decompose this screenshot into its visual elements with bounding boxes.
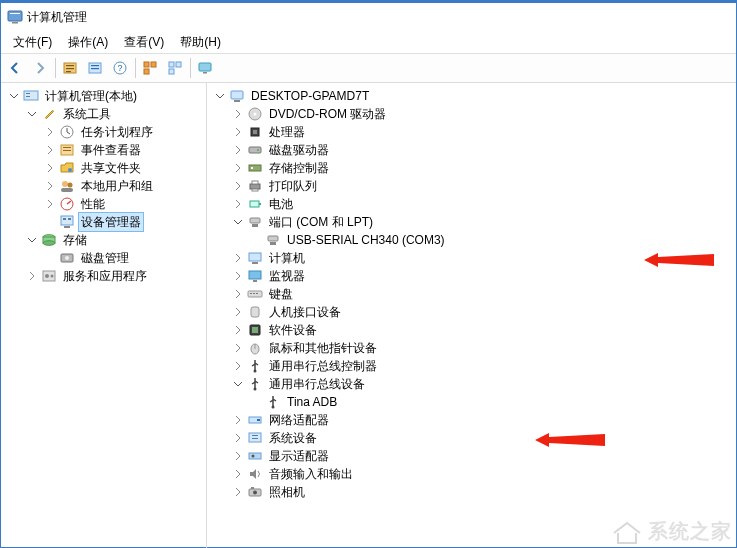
- node-label: 显示适配器: [267, 447, 331, 465]
- cameras[interactable]: 照相机: [207, 483, 736, 501]
- storage[interactable]: 存储: [1, 231, 206, 249]
- svg-rect-62: [270, 242, 276, 245]
- view-resources-button[interactable]: [163, 56, 187, 80]
- local-users[interactable]: 本地用户和组: [1, 177, 206, 195]
- svg-rect-50: [249, 147, 261, 153]
- svg-rect-57: [250, 201, 259, 207]
- device-root[interactable]: DESKTOP-GPAMD7T: [207, 87, 736, 105]
- shared-folders[interactable]: 共享文件夹: [1, 159, 206, 177]
- performance[interactable]: 性能: [1, 195, 206, 213]
- usb-device-item[interactable]: Tina ADB: [207, 393, 736, 411]
- node-label: 存储: [61, 231, 89, 249]
- expand-toggle[interactable]: [231, 269, 245, 283]
- expand-toggle[interactable]: [231, 215, 245, 229]
- wrench-icon: [41, 106, 57, 122]
- ports[interactable]: 端口 (COM 和 LPT): [207, 213, 736, 231]
- task-scheduler[interactable]: 任务计划程序: [1, 123, 206, 141]
- expand-toggle[interactable]: [231, 125, 245, 139]
- node-label: 磁盘驱动器: [267, 141, 331, 159]
- hid-icon: [247, 304, 263, 320]
- dvd-drives[interactable]: DVD/CD-ROM 驱动器: [207, 105, 736, 123]
- expand-toggle[interactable]: [231, 287, 245, 301]
- usb-devices[interactable]: 通用串行总线设备: [207, 375, 736, 393]
- back-button[interactable]: [3, 56, 27, 80]
- expand-toggle[interactable]: [43, 125, 57, 139]
- batteries[interactable]: 电池: [207, 195, 736, 213]
- menu-view[interactable]: 查看(V): [116, 32, 172, 53]
- monitors[interactable]: 监视器: [207, 267, 736, 285]
- expand-toggle[interactable]: [231, 179, 245, 193]
- system-devices[interactable]: 系统设备: [207, 429, 736, 447]
- expand-toggle[interactable]: [7, 89, 21, 103]
- svg-rect-13: [151, 62, 156, 67]
- svg-rect-64: [252, 262, 258, 264]
- svg-rect-21: [26, 93, 30, 94]
- com-port-device[interactable]: USB-SERIAL CH340 (COM3): [207, 231, 736, 249]
- expand-toggle[interactable]: [43, 143, 57, 157]
- expand-toggle[interactable]: [231, 323, 245, 337]
- system-tools[interactable]: 系统工具: [1, 105, 206, 123]
- menu-help[interactable]: 帮助(H): [172, 32, 229, 53]
- print-queues[interactable]: 打印队列: [207, 177, 736, 195]
- svg-rect-0: [8, 11, 22, 21]
- monitor-icon: [247, 268, 263, 284]
- computer-category[interactable]: 计算机: [207, 249, 736, 267]
- expand-toggle[interactable]: [231, 143, 245, 157]
- storage-controllers[interactable]: 存储控制器: [207, 159, 736, 177]
- expand-toggle[interactable]: [231, 485, 245, 499]
- disk-drives[interactable]: 磁盘驱动器: [207, 141, 736, 159]
- expand-toggle[interactable]: [231, 359, 245, 373]
- expand-toggle[interactable]: [231, 305, 245, 319]
- expand-toggle[interactable]: [25, 107, 39, 121]
- properties-button[interactable]: [83, 56, 107, 80]
- node-label: 人机接口设备: [267, 303, 343, 321]
- expand-toggle[interactable]: [231, 431, 245, 445]
- usb-controllers[interactable]: 通用串行总线控制器: [207, 357, 736, 375]
- menu-file[interactable]: 文件(F): [5, 32, 60, 53]
- svg-point-28: [62, 181, 68, 187]
- forward-button[interactable]: [28, 56, 52, 80]
- expand-toggle[interactable]: [231, 449, 245, 463]
- left-tree[interactable]: 计算机管理(本地) 系统工具 任务计划程序: [1, 83, 207, 548]
- services-apps[interactable]: 服务和应用程序: [1, 267, 206, 285]
- network-adapters[interactable]: 网络适配器: [207, 411, 736, 429]
- view-devices-button[interactable]: [138, 56, 162, 80]
- audio[interactable]: 音频输入和输出: [207, 465, 736, 483]
- expand-toggle[interactable]: [25, 233, 39, 247]
- expand-toggle[interactable]: [43, 179, 57, 193]
- processors[interactable]: 处理器: [207, 123, 736, 141]
- hid[interactable]: 人机接口设备: [207, 303, 736, 321]
- expand-toggle[interactable]: [213, 89, 227, 103]
- node-label: 鼠标和其他指针设备: [267, 339, 379, 357]
- disk-mgmt[interactable]: 磁盘管理: [1, 249, 206, 267]
- menu-action[interactable]: 操作(A): [60, 32, 116, 53]
- expand-toggle[interactable]: [231, 197, 245, 211]
- keyboards[interactable]: 键盘: [207, 285, 736, 303]
- device-manager[interactable]: 设备管理器: [1, 213, 206, 231]
- expand-toggle[interactable]: [231, 467, 245, 481]
- expand-toggle[interactable]: [231, 377, 245, 391]
- expand-toggle[interactable]: [231, 161, 245, 175]
- device-tree[interactable]: DESKTOP-GPAMD7T DVD/CD-ROM 驱动器 处理器 磁盘驱动器…: [207, 83, 736, 548]
- details-button[interactable]: [58, 56, 82, 80]
- svg-rect-44: [231, 91, 243, 99]
- help-button[interactable]: ?: [108, 56, 132, 80]
- expand-toggle[interactable]: [43, 161, 57, 175]
- monitor-button[interactable]: [193, 56, 217, 80]
- expand-toggle[interactable]: [25, 269, 39, 283]
- expand-toggle[interactable]: [231, 413, 245, 427]
- software-devices[interactable]: 软件设备: [207, 321, 736, 339]
- mouse-icon: [247, 340, 263, 356]
- svg-rect-58: [259, 203, 261, 205]
- body: 计算机管理(本地) 系统工具 任务计划程序: [1, 83, 736, 548]
- expand-toggle[interactable]: [231, 107, 245, 121]
- display-adapters[interactable]: 显示适配器: [207, 447, 736, 465]
- event-viewer[interactable]: 事件查看器: [1, 141, 206, 159]
- mice[interactable]: 鼠标和其他指针设备: [207, 339, 736, 357]
- expand-toggle[interactable]: [231, 251, 245, 265]
- svg-rect-80: [257, 419, 260, 421]
- expand-toggle[interactable]: [43, 197, 57, 211]
- expand-toggle[interactable]: [231, 341, 245, 355]
- node-label: 端口 (COM 和 LPT): [267, 213, 375, 231]
- left-root[interactable]: 计算机管理(本地): [1, 87, 206, 105]
